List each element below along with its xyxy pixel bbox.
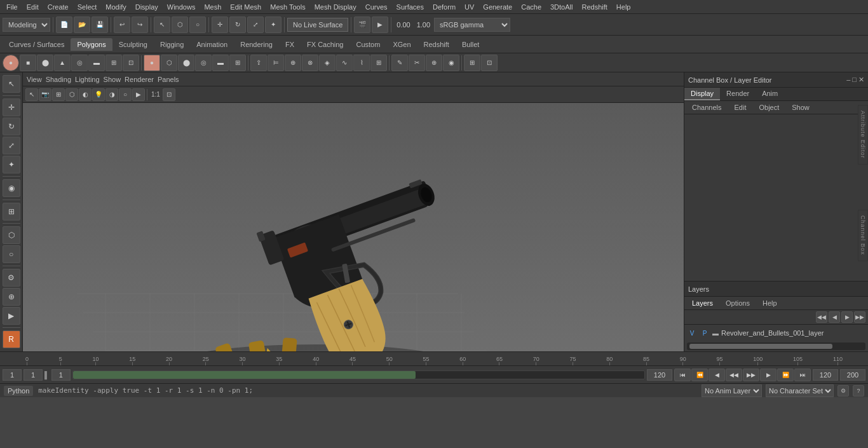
tab-rigging[interactable]: Rigging [154, 38, 190, 51]
layer-scroll-thumb[interactable] [689, 344, 832, 349]
layer-prev-btn[interactable]: ◀◀ [816, 311, 827, 323]
snap-btn[interactable]: ⊕ [3, 288, 20, 306]
step-back-btn[interactable]: ◀ [709, 369, 725, 381]
menu-mesh-display[interactable]: Mesh Display [311, 2, 360, 12]
anim-layer-select[interactable]: No Anim Layer [702, 384, 762, 397]
vp-wireframe-btn[interactable]: ⬡ [65, 88, 78, 101]
ipr-btn[interactable]: ▶ [372, 17, 388, 33]
tab-fx[interactable]: FX [279, 38, 301, 51]
layer-playback[interactable]: P [700, 330, 710, 337]
sym-btn[interactable]: ⊞ [464, 55, 480, 71]
redo-btn[interactable]: ↪ [132, 17, 148, 33]
menu-edit-mesh[interactable]: Edit Mesh [226, 2, 265, 12]
menu-modify[interactable]: Modify [102, 2, 130, 12]
tab-xgen[interactable]: XGen [386, 38, 417, 51]
shading-menu[interactable]: Shading [46, 76, 71, 83]
redshift-icon[interactable]: R [3, 330, 20, 348]
layer-fwd-btn[interactable]: ▶ [841, 311, 853, 323]
anim-btn[interactable]: ▶ [3, 307, 20, 325]
cube-btn[interactable]: ■ [20, 55, 36, 71]
menu-mesh[interactable]: Mesh [200, 2, 225, 12]
layers-tab[interactable]: Layers [687, 298, 718, 308]
lighting-menu[interactable]: Lighting [75, 76, 100, 83]
panel-close-btn[interactable]: ✕ [858, 76, 864, 84]
quad-draw-btn[interactable]: ✎ [391, 55, 408, 71]
tab-custom[interactable]: Custom [350, 38, 387, 51]
viewport[interactable]: View Shading Lighting Show Renderer Pane… [23, 72, 684, 351]
render-btn[interactable]: 🎬 [354, 17, 370, 33]
select-tool[interactable]: ↖ [3, 75, 20, 93]
menu-cache[interactable]: Cache [517, 2, 545, 12]
vp-cam-btn[interactable]: 📷 [39, 88, 51, 101]
move-tool[interactable]: ✛ [3, 98, 20, 116]
channel-box-side[interactable]: Channel Box [858, 210, 868, 261]
subdiv-torus-btn[interactable]: ◎ [195, 55, 212, 71]
soft-mod-tool[interactable]: ◉ [3, 179, 20, 197]
pipe-btn[interactable]: ⊡ [123, 55, 139, 71]
settings-btn[interactable]: ⚙ [3, 269, 20, 287]
menu-generate[interactable]: Generate [479, 2, 516, 12]
panel-minimize-btn[interactable]: – [846, 76, 850, 84]
layer-back-btn[interactable]: ◀ [829, 311, 840, 323]
vp-shaded-btn[interactable]: ◐ [79, 88, 92, 101]
disc-btn[interactable]: ⊞ [105, 55, 122, 71]
menu-windows[interactable]: Windows [163, 2, 200, 12]
connect-btn[interactable]: ⊕ [426, 55, 442, 71]
play-start-btn[interactable]: ⏮ [674, 369, 691, 381]
lasso-tool[interactable]: ⬡ [3, 226, 20, 244]
viewport-canvas[interactable]: X Y persp [23, 103, 684, 351]
menu-edit[interactable]: Edit [23, 2, 43, 12]
tab-render[interactable]: Render [720, 88, 756, 100]
colorspace-selector[interactable]: sRGB gamma [434, 18, 510, 32]
prev-key-btn[interactable]: ⏪ [691, 369, 708, 381]
sculpt-btn[interactable]: ⊡ [481, 55, 498, 71]
scale-btn[interactable]: ⤢ [247, 17, 264, 33]
tab-fx-caching[interactable]: FX Caching [301, 38, 349, 51]
layer-row[interactable]: V P ▬ Revolver_and_Bullets_001_layer [686, 326, 867, 340]
panels-menu[interactable]: Panels [158, 76, 179, 83]
edit-tab[interactable]: Edit [729, 102, 751, 112]
bridge-btn[interactable]: ⊨ [268, 55, 284, 71]
play-back-btn[interactable]: ◀◀ [726, 369, 742, 381]
show-menu[interactable]: Show [104, 76, 121, 83]
universal-btn[interactable]: ✦ [265, 17, 281, 33]
select-btn[interactable]: ↖ [154, 17, 170, 33]
renderer-menu[interactable]: Renderer [125, 76, 154, 83]
tab-animation[interactable]: Animation [190, 38, 234, 51]
menu-uv[interactable]: UV [461, 2, 478, 12]
max-frame-input[interactable] [840, 369, 865, 381]
tab-polygons[interactable]: Polygons [71, 38, 112, 51]
menu-deform[interactable]: Deform [429, 2, 459, 12]
vp-ao-btn[interactable]: ○ [119, 88, 132, 101]
subdiv-cube-btn[interactable]: ⬡ [161, 55, 177, 71]
mirror-btn[interactable]: ⊞ [370, 55, 387, 71]
menu-help[interactable]: Help [613, 2, 635, 12]
menu-file[interactable]: File [3, 2, 22, 12]
bevel-btn[interactable]: ◈ [319, 55, 336, 71]
tab-rendering[interactable]: Rendering [234, 38, 279, 51]
layer-visibility[interactable]: V [687, 330, 697, 337]
status-help-btn[interactable]: ? [853, 385, 864, 397]
vp-iso-btn[interactable]: ⊡ [163, 88, 175, 101]
show-tab[interactable]: Show [787, 102, 815, 112]
rotate-btn[interactable]: ↻ [229, 17, 246, 33]
menu-display[interactable]: Display [132, 2, 162, 12]
step-fwd-btn[interactable]: ▶ [760, 369, 776, 381]
combine-btn[interactable]: ⊕ [285, 55, 301, 71]
multi-cut-btn[interactable]: ✂ [409, 55, 425, 71]
cone-btn[interactable]: ▲ [54, 55, 71, 71]
menu-curves[interactable]: Curves [362, 2, 391, 12]
view-menu[interactable]: View [27, 76, 42, 83]
status-settings-btn[interactable]: ⚙ [837, 385, 849, 397]
help-tab[interactable]: Help [757, 298, 782, 308]
play-end-btn[interactable]: ⏭ [794, 369, 811, 381]
undo-btn[interactable]: ↩ [114, 17, 130, 33]
options-tab[interactable]: Options [721, 298, 755, 308]
lasso-btn[interactable]: ⬡ [172, 17, 188, 33]
play-fwd-btn[interactable]: ▶▶ [743, 369, 759, 381]
tab-redshift[interactable]: Redshift [417, 38, 456, 51]
target-weld-btn[interactable]: ◉ [443, 55, 459, 71]
vp-light-btn[interactable]: 💡 [92, 88, 105, 101]
menu-3dtall[interactable]: 3DtoAll [546, 2, 576, 12]
cylinder-btn[interactable]: ⬤ [37, 55, 53, 71]
